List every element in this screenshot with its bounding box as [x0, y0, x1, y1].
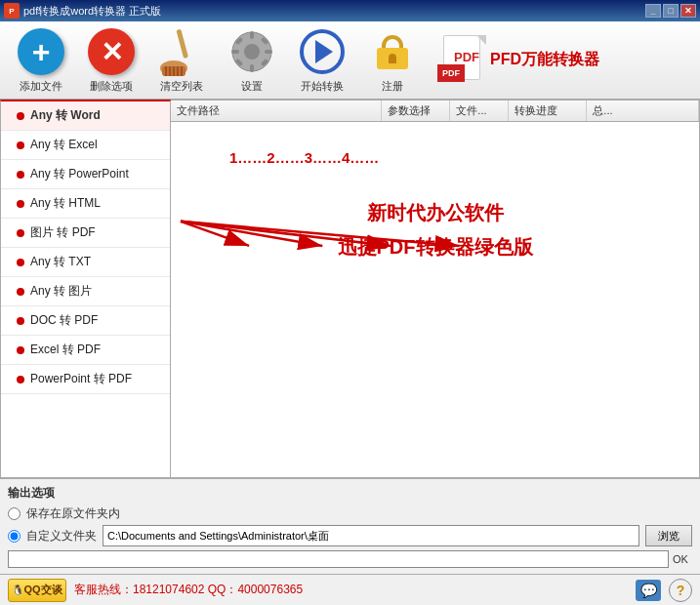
delete-icon-wrap: ✕	[86, 26, 137, 77]
col-params[interactable]: 参数选择	[382, 101, 450, 121]
steps-instruction: 1……2……3……4……	[229, 149, 379, 166]
settings-label: 设置	[241, 79, 263, 94]
output-options-title: 输出选项	[8, 485, 692, 502]
save-original-radio[interactable]	[8, 507, 21, 520]
register-icon-wrap	[367, 26, 418, 77]
custom-folder-row: 自定义文件夹 浏览	[8, 525, 692, 546]
qq-btn-icon: 🐧	[12, 585, 23, 595]
save-in-original-row: 保存在原文件夹内	[8, 505, 692, 522]
sidebar: Any 转 Word Any 转 Excel Any 转 PowerPoint …	[0, 100, 171, 478]
close-button[interactable]: ✕	[680, 4, 696, 18]
settings-icon-wrap	[226, 26, 277, 77]
clear-icon-wrap	[156, 26, 207, 77]
delete-icon: ✕	[88, 28, 135, 75]
brand-area: PDF PDF PFD万能转换器	[437, 35, 599, 86]
dot-icon	[17, 288, 24, 296]
svg-rect-11	[250, 64, 254, 72]
maximize-button[interactable]: □	[663, 4, 679, 18]
dot-icon	[17, 112, 24, 120]
col-progress[interactable]: 转换进度	[509, 101, 587, 121]
delete-label: 删除选项	[90, 79, 133, 94]
dot-icon	[17, 376, 24, 383]
svg-rect-12	[231, 50, 239, 54]
add-file-label: 添加文件	[20, 79, 62, 94]
lock-icon	[377, 35, 408, 69]
arrows-overlay	[171, 122, 699, 477]
minimize-button[interactable]: _	[645, 4, 661, 18]
register-label: 注册	[382, 79, 403, 94]
dot-icon	[17, 141, 24, 149]
chat-icon[interactable]: 💬	[636, 580, 661, 601]
add-icon: +	[18, 28, 64, 75]
col-filepath[interactable]: 文件路径	[171, 101, 382, 121]
col-total[interactable]: 总...	[587, 101, 699, 121]
help-icon[interactable]: ?	[669, 579, 692, 602]
window-controls: _ □ ✕	[645, 4, 696, 18]
path-input[interactable]	[103, 525, 639, 546]
sidebar-item-img-to-pdf[interactable]: 图片 转 PDF	[1, 219, 170, 248]
toolbar: + 添加文件 ✕ 删除选项	[0, 21, 700, 100]
table-header: 文件路径 参数选择 文件... 转换进度 总...	[171, 101, 699, 122]
qq-chat-button[interactable]: 🐧 QQ交谈	[8, 579, 66, 602]
sidebar-item-word[interactable]: Any 转 Word	[1, 101, 170, 131]
window-body: + 添加文件 ✕ 删除选项	[0, 21, 700, 605]
title-bar: P pdf转换成word转换器 正式版 _ □ ✕	[0, 0, 700, 21]
output-options-section: 输出选项 保存在原文件夹内 自定义文件夹 浏览 OK	[0, 478, 700, 574]
window-title: pdf转换成word转换器 正式版	[23, 4, 645, 19]
clear-label: 清空列表	[160, 79, 203, 94]
dot-icon	[17, 229, 24, 237]
sidebar-item-ppt-to-pdf[interactable]: PowerPoint 转 PDF	[1, 365, 170, 394]
convert-label: 开始转换	[301, 79, 344, 94]
sidebar-item-excel[interactable]: Any 转 Excel	[1, 131, 170, 160]
add-file-button[interactable]: + 添加文件	[8, 24, 74, 96]
dot-icon	[17, 200, 24, 208]
pdf-logo-icon: PDF PDF	[437, 35, 486, 86]
register-button[interactable]: 注册	[359, 24, 426, 96]
sidebar-item-excel-to-pdf[interactable]: Excel 转 PDF	[1, 336, 170, 365]
custom-folder-radio[interactable]	[8, 530, 21, 543]
custom-folder-label: 自定义文件夹	[26, 528, 97, 544]
dot-icon	[17, 259, 24, 266]
save-original-label: 保存在原文件夹内	[26, 505, 120, 522]
browse-button[interactable]: 浏览	[645, 525, 692, 546]
dot-icon	[17, 346, 24, 354]
app-icon: P	[4, 3, 20, 19]
svg-rect-13	[265, 50, 272, 54]
convert-button[interactable]: 开始转换	[289, 24, 355, 96]
sidebar-item-to-img[interactable]: Any 转 图片	[1, 277, 170, 306]
convert-icon-wrap	[297, 26, 348, 77]
dot-icon	[17, 317, 24, 325]
add-icon-wrap: +	[16, 26, 66, 77]
col-file[interactable]: 文件...	[450, 101, 509, 121]
promo-text-1: 新时代办公软件	[367, 200, 504, 226]
sidebar-item-html[interactable]: Any 转 HTML	[1, 189, 170, 219]
main-panel: 文件路径 参数选择 文件... 转换进度 总...	[171, 100, 700, 478]
svg-rect-0	[176, 29, 188, 59]
table-body: 1……2……3……4…… 新时代办公软件 迅捷PDF转换器绿色版	[171, 122, 699, 477]
sidebar-item-doc-to-pdf[interactable]: DOC 转 PDF	[1, 306, 170, 336]
content-area: Any 转 Word Any 转 Excel Any 转 PowerPoint …	[0, 100, 700, 478]
footer: 🐧 QQ交谈 客服热线：18121074602 QQ：4000076365 💬 …	[0, 574, 700, 605]
delete-button[interactable]: ✕ 删除选项	[78, 24, 144, 96]
progress-bar	[8, 550, 669, 568]
progress-row: OK	[8, 550, 692, 568]
broom-icon	[160, 27, 203, 76]
gear-icon	[229, 29, 274, 74]
sidebar-item-powerpoint[interactable]: Any 转 PowerPoint	[1, 160, 170, 189]
sidebar-item-txt[interactable]: Any 转 TXT	[1, 248, 170, 277]
settings-button[interactable]: 设置	[219, 24, 285, 96]
clear-button[interactable]: 清空列表	[148, 24, 215, 96]
svg-rect-10	[250, 31, 254, 39]
dot-icon	[17, 171, 24, 179]
brand-title: PFD万能转换器	[490, 50, 599, 70]
footer-contact: 客服热线：18121074602 QQ：4000076365	[74, 582, 628, 598]
ok-label: OK	[673, 553, 692, 565]
promo-text-2: 迅捷PDF转换器绿色版	[338, 234, 533, 261]
svg-point-9	[244, 44, 260, 60]
play-icon	[300, 29, 345, 74]
